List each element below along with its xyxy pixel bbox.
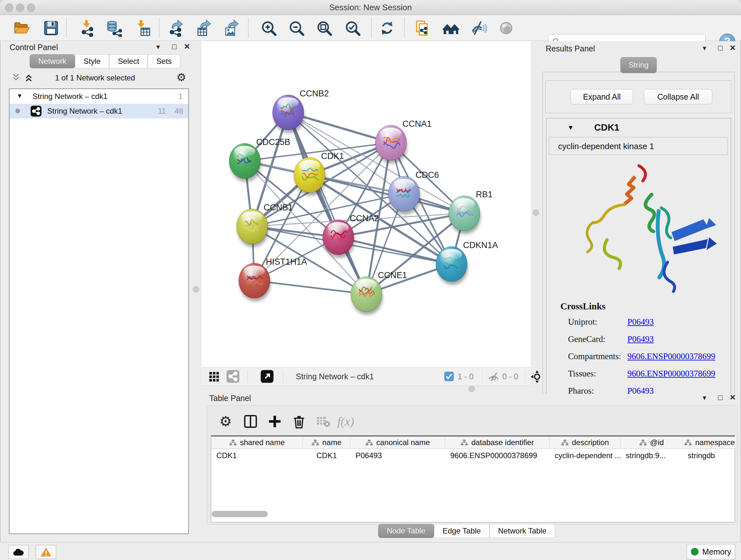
network-node-CCNE1[interactable] bbox=[351, 276, 383, 315]
tab-edge-table[interactable]: Edge Table bbox=[434, 524, 489, 538]
table-cell[interactable]: 9606.ENSP00000378699 bbox=[445, 449, 549, 462]
network-node-CCNA1[interactable] bbox=[375, 125, 407, 164]
string-home-icon[interactable] bbox=[442, 19, 460, 37]
import-network-from-database-icon[interactable] bbox=[105, 19, 122, 37]
network-node-CCNA2[interactable] bbox=[323, 220, 354, 258]
delete-column-icon[interactable] bbox=[291, 413, 307, 430]
table-settings-gear-icon[interactable]: ⚙ bbox=[217, 413, 234, 430]
tab-sets[interactable]: Sets bbox=[148, 54, 180, 68]
detach-view-icon[interactable] bbox=[261, 370, 273, 383]
edge-count: 48 bbox=[175, 107, 183, 116]
zoom-selected-icon[interactable] bbox=[344, 19, 361, 37]
edge-CDK1-RB1[interactable] bbox=[310, 175, 464, 213]
open-session-icon[interactable] bbox=[13, 19, 30, 37]
hidden-eye-icon[interactable] bbox=[487, 371, 500, 382]
horizontal-scrollbar[interactable] bbox=[212, 511, 268, 517]
network-node-RB1[interactable] bbox=[449, 196, 481, 234]
network-node-CDK1[interactable] bbox=[294, 158, 326, 196]
export-image-icon[interactable] bbox=[223, 19, 240, 37]
network-node-CDC6[interactable] bbox=[388, 176, 420, 214]
float-panel-icon[interactable]: □ bbox=[718, 44, 723, 52]
column-header-description[interactable]: description bbox=[549, 436, 621, 449]
crosslink-value-link[interactable]: P06493 bbox=[627, 334, 654, 344]
import-table-icon[interactable] bbox=[134, 19, 151, 37]
tab-select[interactable]: Select bbox=[109, 54, 148, 68]
refresh-icon[interactable] bbox=[379, 19, 396, 37]
network-name: String Network – cdk1 bbox=[47, 107, 122, 116]
close-panel-icon[interactable]: ✕ bbox=[184, 43, 190, 51]
tree-expand-icon[interactable]: ▾ bbox=[18, 91, 21, 100]
panel-menu-icon[interactable]: ▾ bbox=[703, 45, 706, 52]
tab-network-table[interactable]: Network Table bbox=[489, 524, 555, 538]
grid-view-icon[interactable] bbox=[209, 371, 220, 382]
expand-all-icon[interactable] bbox=[23, 73, 35, 82]
table-cell[interactable]: stringdb:9... bbox=[621, 449, 683, 462]
tab-node-table[interactable]: Node Table bbox=[378, 524, 434, 538]
network-row-selected[interactable]: String Network – cdk1 11 48 bbox=[10, 104, 188, 118]
table-cell[interactable]: stringdb bbox=[683, 449, 737, 462]
splitter-handle-bottom[interactable] bbox=[468, 386, 475, 392]
network-node-CCNB2[interactable] bbox=[273, 95, 305, 133]
memory-button[interactable]: Memory bbox=[687, 544, 735, 559]
title-bar[interactable]: Session: New Session bbox=[0, 0, 741, 15]
float-panel-icon[interactable]: □ bbox=[718, 394, 723, 401]
column-header-name[interactable]: name bbox=[303, 436, 350, 449]
cloud-status-button[interactable] bbox=[8, 545, 29, 559]
zoom-out-icon[interactable] bbox=[288, 19, 305, 37]
hide-details-eye-icon[interactable] bbox=[470, 19, 487, 37]
warnings-button[interactable] bbox=[36, 545, 56, 559]
clone-network-icon[interactable] bbox=[413, 19, 430, 37]
column-header-database-identifier[interactable]: database identifier bbox=[445, 436, 549, 449]
export-table-icon[interactable] bbox=[195, 19, 212, 37]
panel-menu-icon[interactable]: ▾ bbox=[703, 394, 706, 401]
import-network-icon[interactable] bbox=[78, 19, 96, 37]
column-header-namespace[interactable]: namespace bbox=[683, 436, 737, 449]
network-canvas[interactable]: CCNB2CCNA1CDC25BCDK1CDC6RB1CCNB1CCNA2CDK… bbox=[202, 41, 531, 367]
column-header-canonical-name[interactable]: canonical name bbox=[350, 436, 445, 449]
show-columns-icon[interactable] bbox=[242, 413, 259, 430]
splitter-handle-left[interactable] bbox=[193, 286, 199, 293]
table-cell[interactable]: CDK1 bbox=[303, 449, 350, 462]
selected-checkbox-icon[interactable] bbox=[444, 372, 454, 381]
close-panel-icon[interactable]: ✕ bbox=[730, 44, 736, 52]
tab-style[interactable]: Style bbox=[75, 54, 109, 68]
network-node-CDC25B[interactable] bbox=[229, 143, 261, 182]
network-share-view-icon[interactable] bbox=[226, 370, 239, 383]
table-cell[interactable]: CDK1 bbox=[211, 449, 303, 462]
close-panel-icon[interactable]: ✕ bbox=[730, 394, 736, 401]
zoom-in-icon[interactable] bbox=[260, 19, 277, 37]
collapse-all-icon[interactable] bbox=[11, 73, 22, 82]
float-panel-icon[interactable]: □ bbox=[172, 43, 177, 51]
collapse-all-button[interactable]: Collapse All bbox=[644, 89, 712, 105]
column-header--id[interactable]: @id bbox=[621, 436, 683, 449]
node-table[interactable]: shared namenamecanonical namedatabase id… bbox=[211, 435, 735, 522]
node-label-CDC25B: CDC25B bbox=[256, 137, 290, 147]
edge-CCNA2-CDKN1A[interactable] bbox=[338, 237, 452, 264]
network-node-CDKN1A[interactable] bbox=[436, 246, 468, 285]
tab-network[interactable]: Network bbox=[30, 54, 75, 68]
splitter-handle-right[interactable] bbox=[533, 209, 539, 216]
column-header-shared-name[interactable]: shared name bbox=[211, 436, 303, 449]
panel-menu-icon[interactable]: ▾ bbox=[156, 44, 160, 51]
add-column-icon[interactable] bbox=[266, 413, 283, 430]
edge-HIST1H1A-CCNE1[interactable] bbox=[254, 281, 366, 294]
crosslink-value-link[interactable]: P06493 bbox=[627, 317, 654, 327]
card-collapse-icon[interactable]: ▾ bbox=[569, 123, 572, 132]
apply-function-icon[interactable]: f(x) bbox=[337, 413, 354, 430]
table-cell[interactable]: P06493 bbox=[350, 449, 445, 462]
network-collection-row[interactable]: ▾ String Network – cdk1 1 bbox=[10, 89, 188, 104]
show-details-eye-icon[interactable] bbox=[497, 19, 515, 37]
network-node-HIST1H1A[interactable] bbox=[239, 263, 271, 301]
save-session-icon[interactable] bbox=[43, 19, 60, 37]
crosslink-value-link[interactable]: 9606.ENSP00000378699 bbox=[627, 369, 715, 379]
delete-table-icon[interactable] bbox=[315, 413, 332, 430]
table-cell[interactable]: cyclin-dependent ... bbox=[549, 449, 621, 462]
export-network-icon[interactable] bbox=[168, 19, 185, 37]
zoom-fit-icon[interactable] bbox=[316, 19, 333, 37]
network-node-CCNB1[interactable] bbox=[237, 209, 268, 247]
expand-all-button[interactable]: Expand All bbox=[570, 89, 633, 105]
crosslink-value-link[interactable]: 9606.ENSP00000378699 bbox=[627, 352, 715, 361]
tab-string[interactable]: String bbox=[620, 57, 657, 73]
network-graph[interactable]: CCNB2CCNA1CDC25BCDK1CDC6RB1CCNB1CCNA2CDK… bbox=[202, 41, 531, 367]
network-options-gear-icon[interactable]: ⚙ bbox=[177, 71, 186, 84]
